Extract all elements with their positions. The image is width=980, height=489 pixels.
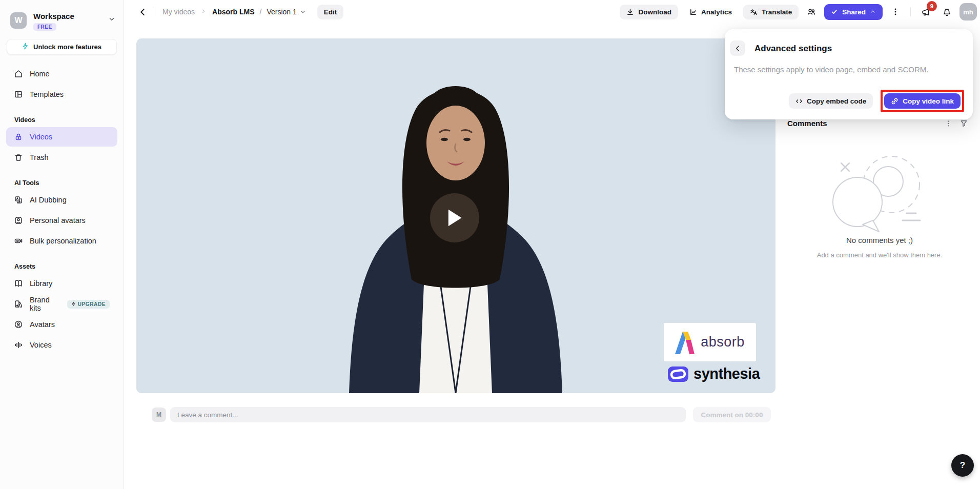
breadcrumb-slash: / bbox=[259, 8, 261, 16]
templates-icon bbox=[14, 90, 23, 99]
sidebar-item-personal-avatars[interactable]: Personal avatars bbox=[6, 211, 117, 230]
sidebar-item-bulk-personalization[interactable]: Bulk personalization bbox=[6, 231, 117, 251]
empty-comments-illustration bbox=[826, 153, 933, 235]
sidebar: W Workspace FREE Unlock more features Ho… bbox=[0, 0, 124, 489]
translate-button[interactable]: Translate bbox=[743, 5, 799, 19]
trash-icon bbox=[14, 153, 23, 162]
workspace-switcher[interactable]: W Workspace FREE bbox=[0, 0, 124, 31]
synthesia-logo-text: synthesia bbox=[693, 365, 760, 382]
workspace-logo: W bbox=[10, 12, 27, 29]
chevron-right-icon bbox=[201, 8, 206, 15]
collaborators-button[interactable] bbox=[803, 4, 820, 20]
waveform-icon bbox=[14, 340, 23, 350]
breadcrumb-parent[interactable]: My videos bbox=[162, 8, 195, 16]
chevron-up-icon bbox=[870, 9, 876, 15]
notification-badge: 9 bbox=[927, 1, 937, 11]
notifications-button[interactable] bbox=[938, 4, 955, 20]
announcements-button[interactable]: 9 bbox=[917, 4, 934, 20]
comment-on-timestamp-button[interactable]: Comment on 00:00 bbox=[693, 407, 771, 422]
play-icon bbox=[446, 208, 463, 228]
sidebar-item-templates[interactable]: Templates bbox=[6, 85, 117, 104]
sidebar-nav: Home Templates Videos Videos Trash AI To… bbox=[0, 64, 124, 355]
sidebar-item-home[interactable]: Home bbox=[6, 64, 117, 84]
bell-icon bbox=[942, 7, 952, 17]
empty-comments-title: No comments yet ;) bbox=[779, 236, 980, 244]
absorb-logo-icon bbox=[675, 331, 695, 354]
breadcrumb-current: Absorb LMS bbox=[212, 8, 254, 16]
sidebar-item-voices[interactable]: Voices bbox=[6, 335, 117, 355]
topbar: My videos Absorb LMS / Version 1 Edit Do… bbox=[124, 0, 980, 24]
advanced-settings-popup: Advanced settings These settings apply t… bbox=[725, 29, 973, 119]
download-icon bbox=[626, 8, 634, 16]
sidebar-item-videos[interactable]: Videos bbox=[6, 127, 117, 147]
help-button[interactable]: ? bbox=[951, 454, 974, 477]
section-label-ai-tools: AI Tools bbox=[14, 179, 109, 187]
video-player[interactable]: absorb synthesia bbox=[136, 38, 775, 393]
section-label-assets: Assets bbox=[14, 263, 109, 270]
section-label-videos: Videos bbox=[14, 116, 109, 124]
comments-title: Comments bbox=[787, 119, 827, 128]
popup-back-button[interactable] bbox=[730, 40, 745, 56]
popup-title: Advanced settings bbox=[754, 44, 832, 54]
absorb-logo-card: absorb bbox=[664, 323, 756, 361]
kebab-icon[interactable] bbox=[945, 120, 952, 127]
check-icon bbox=[831, 8, 838, 15]
sidebar-item-trash[interactable]: Trash bbox=[6, 148, 117, 167]
personal-avatar-icon bbox=[14, 216, 23, 225]
home-icon bbox=[14, 69, 23, 78]
analytics-button[interactable]: Analytics bbox=[683, 5, 739, 19]
filter-icon[interactable] bbox=[960, 119, 968, 127]
comment-input[interactable] bbox=[170, 407, 686, 422]
sidebar-item-brand-kits[interactable]: Brand kits UPGRADE bbox=[6, 294, 117, 314]
copy-video-link-button[interactable]: Copy video link bbox=[884, 93, 961, 109]
video-camera-icon bbox=[14, 236, 23, 246]
synthesia-logo-icon bbox=[668, 366, 688, 382]
link-icon bbox=[891, 97, 899, 105]
sidebar-item-library[interactable]: Library bbox=[6, 274, 117, 293]
plan-badge: FREE bbox=[33, 23, 56, 31]
kebab-icon bbox=[891, 8, 900, 16]
dubbing-icon bbox=[14, 195, 23, 205]
user-avatar[interactable]: mh bbox=[959, 3, 977, 21]
chevron-down-icon bbox=[108, 15, 115, 25]
sidebar-item-ai-dubbing[interactable]: AI Dubbing bbox=[6, 190, 117, 210]
lightning-icon bbox=[71, 301, 76, 307]
divider bbox=[155, 7, 155, 16]
edit-button[interactable]: Edit bbox=[317, 5, 344, 19]
code-icon bbox=[795, 98, 803, 105]
back-button[interactable] bbox=[134, 4, 151, 20]
comment-user-avatar: M bbox=[152, 408, 166, 422]
play-button[interactable] bbox=[430, 193, 479, 242]
people-icon bbox=[807, 7, 816, 16]
download-button[interactable]: Download bbox=[620, 5, 678, 19]
book-icon bbox=[14, 279, 23, 288]
analytics-icon bbox=[689, 8, 697, 16]
chevron-down-icon bbox=[300, 9, 306, 15]
empty-comments-hint: Add a comment and we'll show them here. bbox=[779, 251, 980, 259]
divider bbox=[910, 7, 911, 16]
translate-icon bbox=[750, 8, 758, 16]
chevron-left-icon bbox=[734, 45, 741, 52]
shared-button[interactable]: Shared bbox=[824, 4, 883, 20]
copy-embed-code-button[interactable]: Copy embed code bbox=[789, 93, 873, 109]
app-window: W Workspace FREE Unlock more features Ho… bbox=[0, 0, 980, 489]
more-options-button[interactable] bbox=[887, 4, 904, 20]
lightning-icon bbox=[22, 43, 29, 51]
popup-description: These settings apply to video page, embe… bbox=[734, 65, 928, 74]
workspace-name: Workspace bbox=[33, 12, 74, 21]
lock-icon bbox=[14, 132, 23, 141]
synthesia-watermark: synthesia bbox=[668, 365, 760, 382]
unlock-features-button[interactable]: Unlock more features bbox=[7, 39, 117, 55]
absorb-logo-text: absorb bbox=[701, 334, 745, 350]
upgrade-badge: UPGRADE bbox=[67, 300, 110, 309]
version-selector[interactable]: Version 1 bbox=[267, 8, 305, 16]
sidebar-item-avatars[interactable]: Avatars bbox=[6, 315, 117, 334]
brand-kit-icon bbox=[14, 299, 23, 309]
chevron-left-icon bbox=[138, 8, 147, 16]
avatar-circle-icon bbox=[14, 320, 23, 329]
